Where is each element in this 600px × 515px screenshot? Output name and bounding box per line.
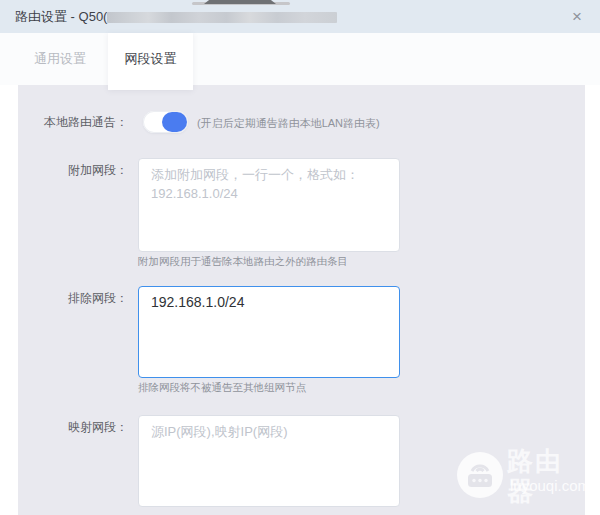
tab-bar: 通用设置 网段设置 [0,33,600,85]
background-router-image-dome [204,0,276,4]
dialog-title: 路由设置 - Q50( [15,0,107,33]
exclude-segment-textarea[interactable]: 192.168.1.0/24 [138,286,400,378]
extra-segment-textarea[interactable] [138,158,400,252]
tab-segment-settings[interactable]: 网段设置 [108,33,193,90]
local-route-announce-toggle[interactable] [143,111,188,133]
tab-general-settings[interactable]: 通用设置 [22,33,98,85]
local-route-announce-note: (开启后定期通告路由本地LAN路由表) [197,116,380,131]
toggle-knob [162,112,187,132]
exclude-segment-helper: 排除网段将不被通告至其他组网节点 [138,381,306,395]
router-icon [457,452,503,498]
watermark-brand: 路由器 [507,446,585,506]
local-route-announce-label: 本地路由通告： [18,115,128,130]
dialog-titlebar: 路由设置 - Q50( × [0,0,600,33]
mapping-segment-label: 映射网段： [18,420,128,435]
segment-settings-panel: 本地路由通告： (开启后定期通告路由本地LAN路由表) 附加网段： 附加网段用于… [18,85,585,515]
router-settings-dialog: 路由设置 - Q50( × 通用设置 网段设置 本地路由通告： (开启后定期通告… [0,0,600,515]
exclude-segment-label: 排除网段： [18,291,128,306]
extra-segment-helper: 附加网段用于通告除本地路由之外的路由条目 [138,255,348,269]
close-icon[interactable]: × [566,6,588,28]
extra-segment-label: 附加网段： [18,163,128,178]
redacted-device-id [107,12,337,23]
watermark-site: luyouqi.com [510,477,590,495]
watermark: 路由器 luyouqi.com [438,440,585,515]
mapping-segment-textarea[interactable] [138,415,400,507]
